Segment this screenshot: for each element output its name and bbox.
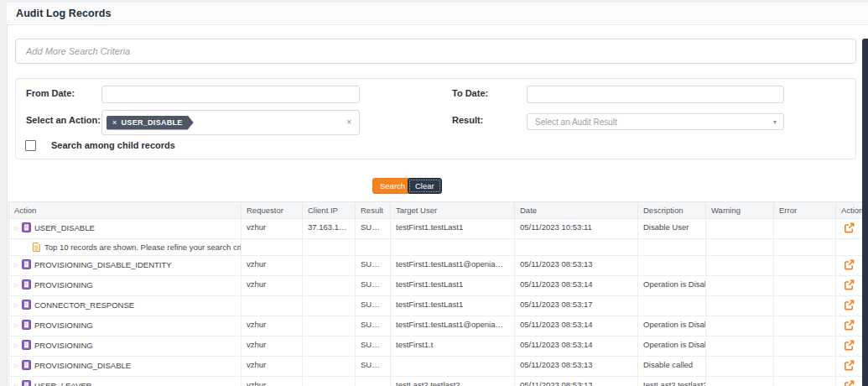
open-record-icon[interactable] <box>844 279 855 290</box>
open-record-icon[interactable] <box>844 320 855 331</box>
description-cell: Operation is Disable <box>638 336 706 357</box>
from-date-input[interactable] <box>101 86 360 103</box>
audit-record-icon <box>22 360 31 370</box>
client-ip-cell <box>303 276 356 296</box>
client-ip-cell <box>303 316 356 336</box>
column-header-requestor[interactable]: Requestor <box>242 202 303 219</box>
page-header: Audit Log Records <box>7 3 868 25</box>
remove-tag-icon[interactable]: × <box>112 116 117 130</box>
column-header-result[interactable]: Result <box>356 202 391 219</box>
expand-caret-icon[interactable]: ▷ <box>14 321 18 330</box>
child-records-checkbox[interactable] <box>25 140 36 151</box>
expand-caret-icon[interactable]: ▷ <box>14 280 18 290</box>
result-select[interactable]: Select an Audit Result ▾ <box>527 113 784 130</box>
result-cell: SUCCESS <box>356 256 391 276</box>
selected-action-tag: × USER_DISABLE <box>107 116 194 130</box>
error-cell <box>774 219 836 239</box>
table-row[interactable]: ▷ PROVISIONING vzhur SUCCESS testFirst1.… <box>9 336 863 357</box>
description-cell <box>638 256 706 276</box>
clear-selection-icon[interactable]: × <box>346 118 351 127</box>
expand-caret-icon[interactable]: ▷ <box>14 381 18 386</box>
search-criteria-input[interactable] <box>15 39 856 64</box>
expand-caret-icon[interactable]: ▷ <box>14 300 18 310</box>
error-cell <box>774 276 836 296</box>
warning-cell <box>706 377 774 386</box>
requestor-cell: vzhur <box>242 357 303 377</box>
table-row[interactable]: ▷ PROVISIONING_DISABLE vzhur SUCCESS 05/… <box>9 357 863 377</box>
target-user-cell: testFirst1.testLast1 <box>391 276 515 296</box>
date-cell: 05/11/2023 08:53:13 <box>515 357 638 377</box>
requestor-cell: vzhur <box>242 377 303 386</box>
table-row[interactable]: ▷ CONNECTOR_RESPONSE SUCCESS testFirst1.… <box>9 296 863 316</box>
error-cell <box>774 357 836 377</box>
open-record-icon[interactable] <box>844 222 855 233</box>
column-header-error[interactable]: Error <box>774 202 836 219</box>
expand-caret-icon[interactable]: ▷ <box>14 260 18 269</box>
target-user-cell: testFirst1.testLast1@openiamdemo.com <box>391 316 515 336</box>
warning-cell <box>706 219 774 239</box>
date-cell: 05/11/2023 10:53:11 <box>515 219 638 239</box>
search-button[interactable]: Search <box>372 178 413 194</box>
table-header-row: Action Requestor Client IP Result Target… <box>9 202 863 219</box>
audit-record-icon <box>22 380 31 386</box>
right-scrollbar[interactable] <box>862 39 868 386</box>
column-header-date[interactable]: Date <box>515 202 638 219</box>
clear-button[interactable]: Clear <box>408 178 442 194</box>
open-record-icon[interactable] <box>844 300 855 310</box>
description-text: Disable called <box>643 360 700 369</box>
action-name: PROVISIONING_DISABLE <box>34 361 131 370</box>
result-cell: SUCCESS <box>356 219 391 239</box>
result-cell: SUCCESS <box>356 276 391 296</box>
requestor-cell <box>242 296 303 316</box>
select-action-label: Select an Action: <box>26 115 101 125</box>
chevron-down-icon: ▾ <box>773 118 777 126</box>
client-ip-cell <box>303 256 356 276</box>
open-record-icon[interactable] <box>844 380 855 386</box>
to-date-input[interactable] <box>527 86 784 103</box>
target-user-cell: testFirst1.testLast1 <box>391 296 515 316</box>
open-record-icon[interactable] <box>844 340 855 351</box>
column-header-warning[interactable]: Warning <box>706 202 774 219</box>
requestor-cell: vzhur <box>242 316 303 336</box>
actions-cell <box>836 316 863 336</box>
requestor-cell: vzhur <box>242 276 303 296</box>
table-row[interactable]: ▷ PROVISIONING vzhur SUCCESS testFirst1.… <box>9 276 863 296</box>
column-header-description[interactable]: Description <box>638 202 706 219</box>
table-row[interactable]: ▷ USER_LEAVER vzhur testLast2.testlast2 … <box>9 377 863 386</box>
table-row[interactable]: ▷ PROVISIONING_DISABLE_IDENTITY vzhur SU… <box>9 256 863 276</box>
error-cell <box>774 296 836 316</box>
table-row[interactable]: ▷ PROVISIONING vzhur SUCCESS testFirst1.… <box>9 316 863 336</box>
open-record-icon[interactable] <box>844 360 855 371</box>
description-text: Operation is Disable <box>643 279 700 289</box>
audit-record-icon <box>22 320 31 330</box>
target-user-cell: testFirst1.testLast1@openiamdemo.com <box>391 256 515 276</box>
result-cell <box>356 377 391 386</box>
info-text: Top 10 records are shown. Please refine … <box>44 243 242 252</box>
audit-table-body: ▷ USER_DISABLE vzhur 37.163.142.8 SUCCES… <box>9 219 863 386</box>
audit-log-table: Action Requestor Client IP Result Target… <box>8 201 863 386</box>
expand-caret-icon[interactable]: ▷ <box>14 223 18 232</box>
action-name: PROVISIONING <box>34 321 93 330</box>
action-name: USER_LEAVER <box>34 381 91 386</box>
action-multiselect[interactable]: × USER_DISABLE × <box>101 110 360 135</box>
expand-caret-icon[interactable]: ▷ <box>14 361 18 370</box>
action-name: USER_DISABLE <box>34 223 95 232</box>
actions-cell <box>836 336 863 357</box>
filter-panel: From Date: To Date: Select an Action: × … <box>15 78 856 159</box>
expand-caret-icon[interactable]: ▷ <box>14 341 18 350</box>
column-header-actions[interactable]: Actions <box>836 202 863 219</box>
table-row[interactable]: ▷ USER_DISABLE vzhur 37.163.142.8 SUCCES… <box>9 219 863 239</box>
requestor-cell: vzhur <box>242 256 303 276</box>
column-header-action[interactable]: Action <box>9 202 242 219</box>
column-header-target-user[interactable]: Target User <box>391 202 515 219</box>
page-title: Audit Log Records <box>16 8 112 19</box>
column-header-client-ip[interactable]: Client IP <box>303 202 356 219</box>
open-record-icon[interactable] <box>844 259 855 270</box>
date-cell: 05/11/2023 08:53:14 <box>515 276 638 296</box>
requestor-cell: vzhur <box>242 336 303 357</box>
warning-cell <box>706 296 774 316</box>
actions-cell <box>836 256 863 276</box>
warning-cell <box>706 316 774 336</box>
target-user-cell: testFirst1.testLast1 <box>391 219 515 239</box>
info-document-icon <box>33 243 40 252</box>
